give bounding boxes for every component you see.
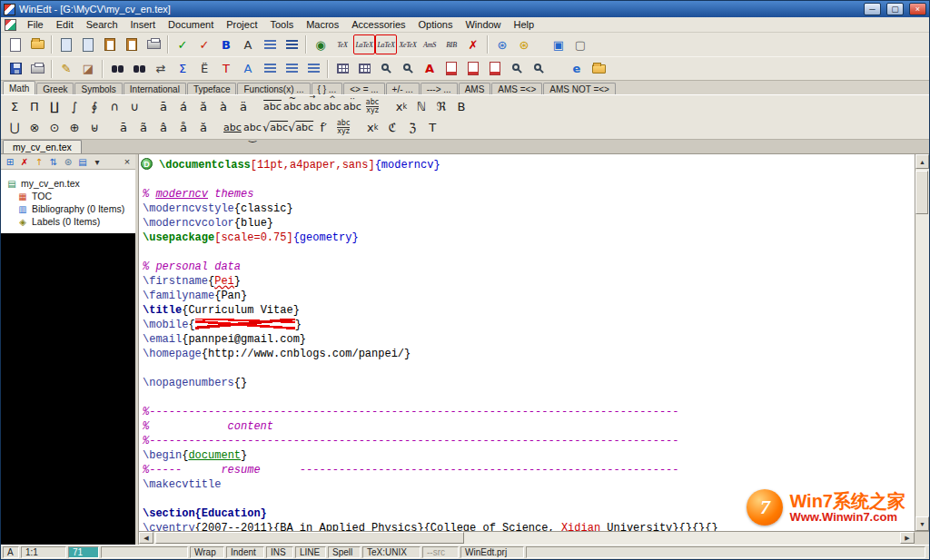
- symbol-cell[interactable]: â: [153, 119, 173, 137]
- symbol-cell[interactable]: abc: [342, 98, 362, 116]
- preview-dvi-button[interactable]: [397, 59, 419, 79]
- code-line[interactable]: [143, 390, 915, 405]
- symbol-cell[interactable]: ∐: [45, 98, 64, 116]
- status-src[interactable]: --src: [422, 546, 459, 558]
- menu-macros[interactable]: Macros: [300, 18, 345, 31]
- open-document-button[interactable]: [26, 34, 48, 54]
- zoom-out-button[interactable]: [506, 59, 528, 79]
- insert-sum-button[interactable]: Σ: [172, 59, 193, 79]
- symbol-cell[interactable]: ∪: [124, 98, 144, 116]
- sync-tree-button[interactable]: ⇅: [46, 155, 61, 169]
- code-line[interactable]: [143, 172, 915, 187]
- palette-tab-[interactable]: <> = ...: [343, 83, 384, 94]
- align-left-button[interactable]: [259, 59, 281, 79]
- symbol-cell[interactable]: ℜ: [431, 98, 451, 116]
- symbol-cell[interactable]: ã: [134, 119, 153, 137]
- grammar-check-button[interactable]: ✓: [193, 34, 215, 54]
- symbol-cell[interactable]: Π: [25, 98, 45, 116]
- sidebar-close-icon[interactable]: ×: [121, 156, 134, 167]
- zoom-in-button[interactable]: [528, 59, 549, 79]
- symbol-cell[interactable]: ⋃: [5, 119, 25, 137]
- move-up-button[interactable]: ↑: [32, 155, 46, 169]
- open-output-folder-button[interactable]: [588, 59, 609, 79]
- document-window-icon[interactable]: [5, 19, 16, 31]
- status-line[interactable]: LINE: [295, 546, 326, 558]
- vertical-scrollbar[interactable]: ▲ ▼: [915, 154, 929, 531]
- code-line[interactable]: [143, 245, 915, 260]
- symbol-cell[interactable]: xk: [362, 119, 382, 137]
- symbol-cell[interactable]: ă: [193, 98, 213, 116]
- tab-my-cv-en-tex[interactable]: my_cv_en.tex: [3, 140, 82, 153]
- code-line[interactable]: \moderncvcolor{blue}: [143, 216, 915, 231]
- document-copy-button[interactable]: [55, 34, 77, 54]
- book-view-button[interactable]: ▤: [75, 155, 90, 169]
- horizontal-scroll-thumb[interactable]: [155, 532, 464, 544]
- code-line[interactable]: % content: [143, 419, 915, 434]
- vertical-scroll-thumb[interactable]: [915, 171, 928, 214]
- palette-tab-ams[interactable]: AMS: [459, 83, 491, 94]
- replace-button[interactable]: ⇄: [150, 59, 172, 79]
- macros-gear-button[interactable]: ⊛: [513, 34, 535, 54]
- erase-button[interactable]: ◪: [77, 59, 99, 79]
- pdf-latex-button[interactable]: [462, 59, 484, 79]
- tree-menu-button[interactable]: ▾: [90, 155, 104, 169]
- code-line[interactable]: % moderncv themes: [143, 187, 915, 201]
- code-line[interactable]: %---------------------------------------…: [143, 434, 915, 448]
- gather-button[interactable]: ⊛: [61, 155, 75, 169]
- document-template-button[interactable]: [77, 34, 99, 54]
- status-tex-unix[interactable]: TeX:UNIX: [362, 546, 420, 558]
- code-line[interactable]: %---------------------------------------…: [143, 405, 915, 419]
- menu-accessories[interactable]: Accessories: [345, 18, 411, 31]
- symbol-cell[interactable]: √abc: [262, 119, 288, 137]
- code-line[interactable]: \usepackage[scale=0.75]{geometry}: [143, 231, 915, 245]
- horizontal-scroll-track[interactable]: [153, 532, 900, 545]
- pdf-texify-button[interactable]: [440, 59, 462, 79]
- status-71[interactable]: 71: [68, 546, 99, 558]
- bullet-list-button[interactable]: [259, 34, 281, 54]
- palette-tab-[interactable]: ---> ...: [420, 83, 458, 94]
- menu-tools[interactable]: Tools: [263, 18, 300, 31]
- font-style-button[interactable]: A: [237, 34, 259, 54]
- status-wrap[interactable]: Wrap: [190, 546, 224, 558]
- code-editor[interactable]: \documentclass[11pt,a4paper,sans]{modern…: [138, 154, 915, 531]
- maximize-button[interactable]: ▢: [886, 3, 904, 15]
- spell-check-button[interactable]: ✓: [172, 34, 193, 54]
- zoom-view-button[interactable]: [375, 59, 397, 79]
- symbol-cell[interactable]: abcxyz: [362, 98, 382, 116]
- copy-clipboard-button[interactable]: [121, 34, 143, 54]
- symbol-cell[interactable]: abc: [242, 119, 262, 137]
- symbol-cell[interactable]: ā: [153, 98, 173, 116]
- tree-item-my-cv-en-tex[interactable]: ▤my_cv_en.tex: [3, 177, 135, 190]
- palette-tab-math[interactable]: Math: [3, 81, 35, 94]
- tree-item-bibliography[interactable]: ▥Bibliography (0 Items): [3, 202, 135, 215]
- bold-button[interactable]: B: [215, 34, 237, 54]
- palette-tab-[interactable]: +/- ...: [386, 83, 420, 94]
- symbol-cell[interactable]: ⊙: [45, 119, 64, 137]
- palette-tab-symbols[interactable]: Symbols: [74, 83, 122, 94]
- status-indent[interactable]: Indent: [226, 546, 264, 558]
- minimize-button[interactable]: ─: [864, 3, 881, 15]
- symbol-cell[interactable]: √abc: [288, 119, 313, 137]
- symbol-cell[interactable]: ⊕: [64, 119, 84, 137]
- symbol-cell[interactable]: ∮: [84, 98, 104, 116]
- symbol-cell[interactable]: ∩: [104, 98, 124, 116]
- symbol-cell[interactable]: f′: [313, 119, 333, 137]
- edit-pencil-button[interactable]: ✎: [55, 59, 77, 79]
- window-cascade-button[interactable]: ▣: [548, 34, 569, 54]
- bibtex-button[interactable]: BIB: [440, 34, 462, 54]
- options-gear-button[interactable]: ⊛: [491, 34, 513, 54]
- symbol-cell[interactable]: abc: [322, 98, 342, 116]
- palette-tab-ams-not[interactable]: AMS NOT =<>: [543, 83, 616, 94]
- code-line[interactable]: \homepage{http://www.cnblogs.com/panpei/…: [143, 347, 915, 361]
- status-ins[interactable]: INS: [266, 546, 293, 558]
- save-document-button[interactable]: [5, 59, 26, 79]
- tree-item-labels[interactable]: ◈Labels (0 Items): [3, 215, 135, 228]
- symbol-cell[interactable]: ℨ: [402, 119, 422, 137]
- delete-item-button[interactable]: ✗: [17, 155, 32, 169]
- code-line[interactable]: [143, 361, 915, 376]
- code-line[interactable]: % personal data: [143, 260, 915, 274]
- palette-tab-functions-x[interactable]: Functions(x) ...: [237, 83, 310, 94]
- insert-author-button[interactable]: A: [237, 59, 259, 79]
- palette-tab-greek[interactable]: Greek: [36, 83, 74, 94]
- status-1-1[interactable]: 1:1: [21, 546, 66, 558]
